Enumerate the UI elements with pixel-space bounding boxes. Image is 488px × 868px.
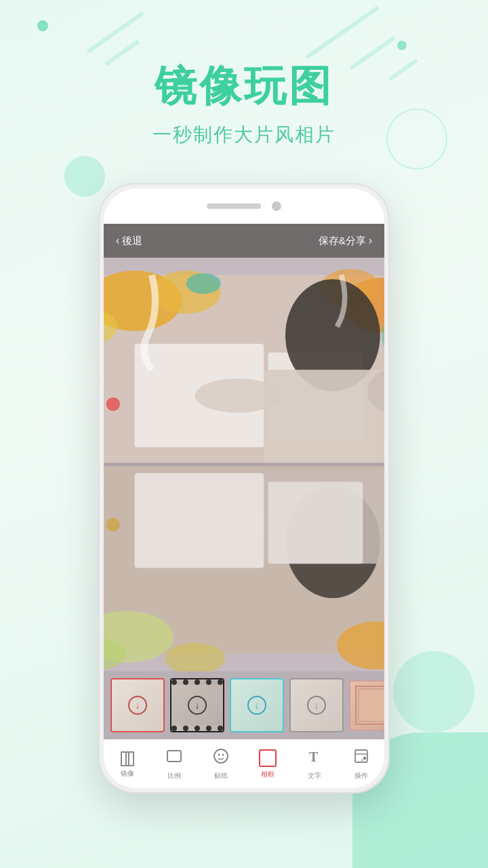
frame-icon — [259, 749, 277, 767]
nav-item-sticker[interactable]: 贴纸 — [197, 748, 244, 781]
back-label: 後退 — [122, 235, 142, 248]
phone-mockup: ‹ 後退 保存&分享 › — [98, 183, 390, 793]
svg-line-42 — [361, 760, 363, 761]
svg-rect-35 — [167, 751, 181, 762]
mirror-icon — [119, 750, 136, 766]
sub-title: 一秒制作大片风相片 — [0, 122, 488, 148]
save-label: 保存&分享 — [319, 235, 366, 248]
nav-item-mirror[interactable]: 镜像 — [104, 750, 150, 778]
edit-icon — [353, 748, 369, 768]
main-title: 镜像玩图 — [0, 61, 488, 111]
back-button[interactable]: ‹ 後退 — [116, 235, 142, 248]
nav-label-edit: 操作 — [354, 771, 368, 781]
thumbnails-strip: ↓ ↓ ↓ ↓ — [104, 671, 384, 739]
svg-point-15 — [195, 378, 281, 413]
svg-point-30 — [106, 518, 120, 532]
nav-item-text[interactable]: T 文字 — [291, 748, 338, 781]
thumbnail-5-preview — [354, 685, 385, 726]
phone-screen: ‹ 後退 保存&分享 › — [104, 224, 384, 788]
svg-rect-17 — [104, 462, 384, 466]
svg-point-37 — [218, 753, 220, 755]
photo-collage — [104, 258, 384, 671]
phone-camera — [272, 201, 281, 211]
sticker-icon — [213, 748, 229, 768]
phone-speaker — [207, 203, 261, 209]
nav-item-ratio[interactable]: 比例 — [150, 748, 197, 781]
nav-item-edit[interactable]: 操作 — [338, 748, 384, 781]
svg-point-8 — [186, 273, 221, 294]
thumbnail-3[interactable]: ↓ — [230, 678, 284, 732]
phone-notch — [104, 189, 384, 224]
svg-rect-22 — [268, 481, 363, 564]
download-icon-3: ↓ — [247, 696, 266, 715]
phone-inner: ‹ 後退 保存&分享 › — [104, 189, 384, 788]
download-icon-1: ↓ — [128, 696, 147, 715]
nav-label-frame: 相框 — [261, 770, 274, 779]
download-icon-2: ↓ — [188, 696, 207, 715]
nav-item-frame[interactable]: 相框 — [244, 749, 291, 779]
thumbnail-5[interactable] — [349, 680, 384, 731]
thumbnail-1[interactable]: ↓ — [110, 678, 165, 732]
bottom-nav: 镜像 比例 — [104, 739, 384, 788]
nav-label-ratio: 比例 — [167, 771, 181, 781]
svg-rect-21 — [135, 473, 264, 568]
nav-label-mirror: 镜像 — [121, 769, 134, 778]
bg-circle-5 — [393, 651, 474, 732]
thumbnail-4[interactable]: ↓ — [289, 678, 344, 732]
svg-point-27 — [106, 397, 120, 411]
ratio-icon — [166, 748, 182, 768]
image-area — [104, 258, 384, 671]
back-chevron-icon: ‹ — [116, 235, 119, 247]
nav-label-text: 文字 — [308, 771, 321, 781]
thumbnail-2[interactable]: ↓ — [170, 678, 224, 732]
save-chevron-icon: › — [369, 235, 372, 247]
save-button[interactable]: 保存&分享 › — [319, 235, 372, 248]
svg-rect-14 — [264, 370, 384, 465]
phone-outer: ‹ 後退 保存&分享 › — [98, 183, 390, 793]
svg-point-36 — [214, 749, 228, 763]
text-icon: T — [306, 748, 323, 768]
nav-label-sticker: 贴纸 — [214, 771, 228, 781]
svg-text:T: T — [309, 749, 319, 764]
app-topbar: ‹ 後退 保存&分享 › — [104, 224, 384, 258]
download-icon-4: ↓ — [307, 696, 326, 715]
svg-point-38 — [222, 753, 224, 755]
header-section: 镜像玩图 一秒制作大片风相片 — [0, 0, 488, 148]
